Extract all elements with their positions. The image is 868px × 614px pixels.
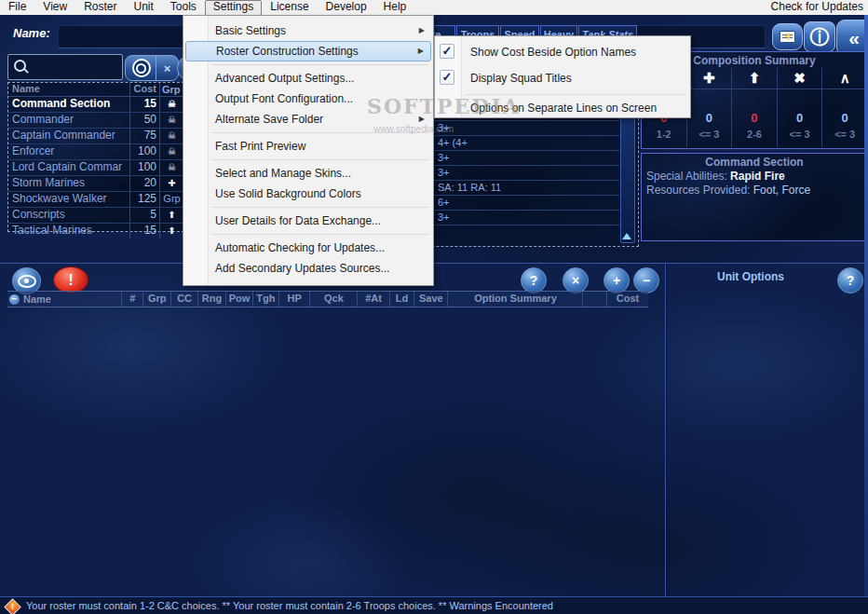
skull-icon: ☠	[160, 129, 183, 143]
column-header-at[interactable]: #At	[358, 292, 389, 307]
menu-item-alternate-save-folder[interactable]: Alternate Save Folder ▶	[183, 109, 433, 130]
add-unit-button[interactable]: +	[604, 267, 630, 293]
remove-unit-button[interactable]: −	[633, 267, 659, 293]
submenu-item-show-cost-beside-option-names[interactable]: ✓ Show Cost Beside Option Names	[435, 39, 690, 65]
chevron-left-icon: «	[848, 27, 858, 49]
column-header-name[interactable]: Name	[8, 83, 130, 96]
composition-range: <= 3	[822, 129, 867, 140]
column-header-grp[interactable]: Grp	[160, 83, 183, 96]
bullseye-icon	[132, 59, 151, 77]
menu-item-advanced-output-settings[interactable]: Advanced Output Settings...	[183, 68, 433, 89]
unit-row[interactable]: Shockwave Walker 125 Grp	[8, 192, 183, 208]
menu-item-fast-print-preview[interactable]: Fast Print Preview	[183, 136, 433, 157]
app-window: Name: ✦ ⓘ « te Troops Speed Heavy Tank S…	[0, 0, 868, 614]
column-header-pow[interactable]: Pow	[226, 292, 252, 307]
menu-bar: File View Roster Unit Tools Settings Lic…	[0, 0, 868, 15]
skull-icon: ☠	[160, 97, 183, 112]
unit-row[interactable]: Commander 50 ☠	[8, 113, 183, 129]
plus-icon: +	[613, 273, 620, 288]
menu-item-basic-settings[interactable]: Basic Settings ▶	[183, 20, 433, 41]
unit-row[interactable]: Tactical Marines 15 ⬆	[8, 224, 183, 239]
collapse-all-icon[interactable]: −	[9, 294, 20, 305]
menu-develop[interactable]: Develop	[318, 0, 375, 15]
menu-view[interactable]: View	[34, 0, 75, 15]
column-header-rng[interactable]: Rng	[198, 292, 226, 307]
document-icon: ✦	[780, 31, 795, 43]
column-header-name[interactable]: − Name	[7, 292, 122, 307]
composition-count: 0	[687, 111, 732, 125]
menu-item-select-and-manage-skins[interactable]: Select and Manage Skins...	[183, 163, 433, 184]
info-button[interactable]: ⓘ	[804, 21, 835, 52]
menu-item-roster-construction-settings[interactable]: Roster Construction Settings ▶	[185, 41, 431, 61]
column-header-cc[interactable]: CC	[171, 292, 197, 307]
unit-row[interactable]: Conscripts 5 ⬆	[8, 208, 183, 224]
column-header-grp[interactable]: Grp	[143, 292, 171, 307]
window-right-border	[864, 15, 868, 596]
column-header-qck[interactable]: Qck	[310, 292, 358, 307]
unit-options-help-button[interactable]: ?	[837, 267, 863, 293]
question-icon: ?	[847, 273, 855, 288]
info-icon: ⓘ	[810, 24, 830, 50]
unit-search-input[interactable]	[7, 54, 123, 80]
close-icon: ×	[164, 61, 171, 75]
menu-unit[interactable]: Unit	[125, 0, 161, 15]
column-header-save[interactable]: Save	[414, 292, 448, 307]
composition-range: 1-2	[642, 129, 686, 140]
column-header-cost[interactable]: Cost	[607, 292, 648, 307]
panel-divider	[665, 264, 666, 597]
eye-icon	[18, 275, 36, 288]
column-header-blank[interactable]	[583, 292, 606, 307]
clear-search-button[interactable]: ×	[156, 55, 179, 81]
help-button[interactable]: ?	[521, 267, 547, 293]
menu-item-user-details-for-data-exchange[interactable]: User Details for Data Exchange...	[183, 211, 433, 231]
menu-separator	[466, 94, 685, 95]
menu-help[interactable]: Help	[375, 0, 415, 15]
checkmark-icon: ✓	[440, 44, 454, 59]
menu-file[interactable]: File	[0, 0, 34, 15]
menu-item-output-font-configuration[interactable]: Output Font Configuration...	[183, 89, 433, 109]
delete-unit-button[interactable]: ×	[563, 267, 589, 293]
unit-options-title: Unit Options	[667, 270, 834, 283]
column-header-hp[interactable]: HP	[279, 292, 310, 307]
menu-item-use-solid-background-colors[interactable]: Use Solid Background Colors	[183, 184, 433, 204]
warnings-button[interactable]: !	[53, 266, 88, 293]
star-icon: ✦	[784, 33, 793, 40]
skull-icon: ☠	[160, 113, 183, 128]
submenu-item-options-on-separate-lines[interactable]: Options on Separate Lines on Screen	[435, 98, 690, 118]
command-section-title: Command Section	[642, 154, 867, 169]
unit-row[interactable]: Captain Commander 75 ☠	[8, 129, 183, 144]
unit-list-table: Name Cost Grp Command Section 15 ☠ Comma…	[7, 82, 184, 232]
new-document-button[interactable]: ✦	[772, 23, 803, 50]
menu-item-add-secondary-updates-sources[interactable]: Add Secondary Updates Sources...	[183, 258, 433, 279]
scroll-up-icon[interactable]	[622, 233, 631, 239]
column-header-ld[interactable]: Ld	[390, 292, 414, 307]
roster-construction-submenu: ✓ Show Cost Beside Option Names ✓ Displa…	[434, 35, 691, 118]
question-icon: ?	[530, 273, 538, 288]
minus-icon: −	[643, 273, 650, 288]
unit-row[interactable]: Enforcer 100 ☠	[8, 144, 183, 160]
close-icon: ×	[572, 273, 579, 288]
resources-value: Foot, Force	[753, 184, 810, 197]
menu-separator	[212, 207, 428, 208]
menu-separator	[212, 132, 428, 133]
status-bar: ! Your roster must contain 1-2 C&C choic…	[0, 596, 868, 614]
menu-tools[interactable]: Tools	[162, 0, 205, 15]
column-header-option-summary[interactable]: Option Summary	[448, 292, 583, 307]
unit-row[interactable]: Storm Marines 20 ✚	[8, 176, 183, 192]
menu-license[interactable]: License	[262, 0, 317, 15]
composition-count: 0	[822, 111, 867, 125]
column-header-tgh[interactable]: Tgh	[253, 292, 279, 307]
status-message: Your roster must contain 1-2 C&C choices…	[26, 600, 553, 611]
column-header-count[interactable]: #	[122, 292, 143, 307]
column-header-cost[interactable]: Cost	[130, 83, 160, 96]
unit-row[interactable]: Command Section 15 ☠	[8, 97, 183, 113]
filter-target-button[interactable]	[125, 55, 157, 81]
menu-item-automatic-checking-for-updates[interactable]: Automatic Checking for Updates...	[183, 238, 433, 258]
skull-icon: ☠	[160, 144, 183, 159]
composition-col-troops: ⬆ 0 2-6	[731, 68, 777, 147]
menu-check-for-updates[interactable]: Check for Updates	[771, 0, 863, 15]
unit-row[interactable]: Lord Captain Commar 100 ☠	[8, 160, 183, 176]
menu-roster[interactable]: Roster	[75, 0, 125, 15]
submenu-item-display-squad-titles[interactable]: ✓ Display Squad Titles	[435, 65, 690, 91]
menu-settings[interactable]: Settings	[205, 0, 262, 16]
